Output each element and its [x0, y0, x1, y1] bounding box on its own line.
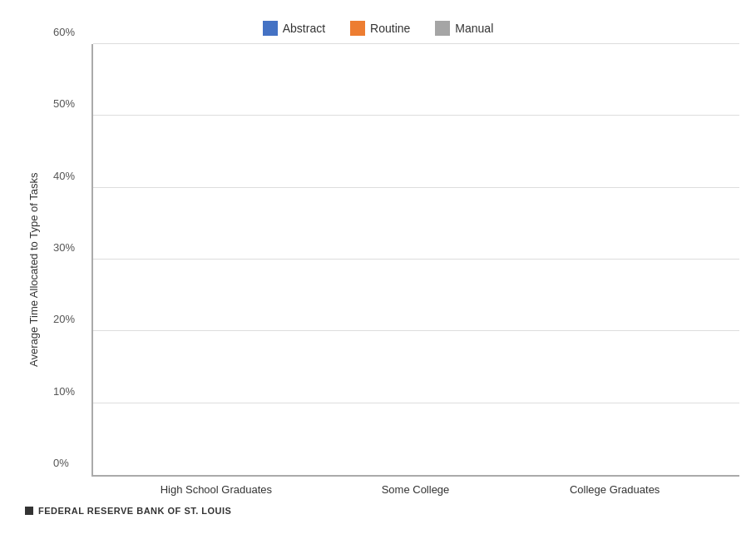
bars-container: [93, 44, 739, 475]
footer-icon: [25, 507, 33, 515]
chart-inner: 0%10%20%30%40%50%60% High School Graduat…: [50, 44, 739, 496]
chart-area: Average Time Allocated to Type of Tasks …: [17, 44, 739, 496]
legend-swatch-manual: [435, 21, 450, 36]
y-axis-label: Average Time Allocated to Type of Tasks: [17, 44, 50, 496]
legend-item-manual: Manual: [435, 21, 493, 36]
legend-item-routine: Routine: [350, 21, 410, 36]
footer-text: FEDERAL RESERVE BANK OF ST. LOUIS: [38, 506, 231, 516]
legend-item-abstract: Abstract: [263, 21, 325, 36]
chart-container: AbstractRoutineManual Average Time Alloc…: [0, 0, 756, 549]
x-label-some-college: Some College: [316, 483, 516, 496]
y-tick-label: 10%: [53, 384, 75, 397]
legend-swatch-abstract: [263, 21, 278, 36]
legend-swatch-routine: [350, 21, 365, 36]
legend-label-manual: Manual: [455, 22, 493, 35]
y-tick-label: 40%: [53, 169, 75, 181]
plot-area: 0%10%20%30%40%50%60%: [91, 44, 739, 477]
y-tick-label: 0%: [53, 457, 69, 469]
y-tick-label: 60%: [53, 26, 75, 38]
x-labels: High School GraduatesSome CollegeCollege…: [91, 483, 739, 496]
y-tick-label: 30%: [53, 241, 75, 254]
legend-label-abstract: Abstract: [283, 22, 325, 35]
y-tick-label: 20%: [53, 313, 75, 325]
x-label-high-school-graduates: High School Graduates: [116, 483, 316, 496]
chart-legend: AbstractRoutineManual: [17, 21, 739, 36]
x-label-college-graduates: College Graduates: [515, 483, 714, 496]
legend-label-routine: Routine: [370, 22, 410, 35]
y-tick-label: 50%: [53, 97, 75, 110]
footer: FEDERAL RESERVE BANK OF ST. LOUIS: [25, 506, 739, 516]
